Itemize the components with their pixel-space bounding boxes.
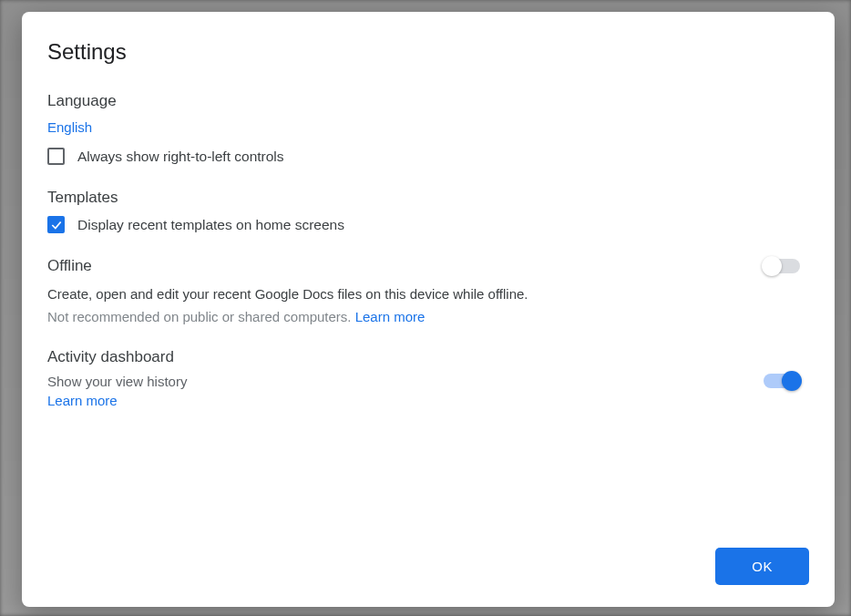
- templates-checkbox-label: Display recent templates on home screens: [77, 217, 344, 233]
- activity-section-title: Activity dashboard: [47, 348, 187, 366]
- offline-warning-row: Not recommended on public or shared comp…: [47, 309, 809, 324]
- modal-title: Settings: [47, 39, 809, 65]
- toggle-thumb: [762, 256, 782, 276]
- offline-warning-text: Not recommended on public or shared comp…: [47, 309, 355, 324]
- activity-toggle[interactable]: [764, 374, 800, 388]
- settings-modal: Settings Language English Always show ri…: [22, 12, 835, 607]
- rtl-checkbox[interactable]: [47, 148, 65, 165]
- check-icon: [50, 219, 63, 231]
- language-section: Language English Always show right-to-le…: [47, 92, 809, 165]
- ok-button[interactable]: OK: [715, 548, 809, 585]
- language-link[interactable]: English: [47, 119, 809, 135]
- rtl-checkbox-row: Always show right-to-left controls: [47, 148, 809, 165]
- modal-footer: OK: [47, 548, 809, 585]
- offline-section-title: Offline: [47, 257, 92, 275]
- language-section-title: Language: [47, 92, 809, 110]
- offline-section: Offline Create, open and edit your recen…: [47, 257, 809, 324]
- activity-subtitle: Show your view history: [47, 374, 187, 389]
- offline-toggle[interactable]: [764, 259, 800, 273]
- toggle-thumb: [782, 371, 802, 391]
- templates-checkbox-row: Display recent templates on home screens: [47, 216, 809, 233]
- activity-section: Activity dashboard Show your view histor…: [47, 348, 809, 408]
- templates-checkbox[interactable]: [47, 216, 65, 233]
- offline-learn-more-link[interactable]: Learn more: [355, 309, 426, 324]
- spacer: [47, 432, 809, 548]
- templates-section: Templates Display recent templates on ho…: [47, 189, 809, 233]
- activity-learn-more-link[interactable]: Learn more: [47, 393, 187, 408]
- templates-section-title: Templates: [47, 189, 809, 207]
- offline-description: Create, open and edit your recent Google…: [47, 286, 809, 302]
- rtl-checkbox-label: Always show right-to-left controls: [77, 149, 284, 165]
